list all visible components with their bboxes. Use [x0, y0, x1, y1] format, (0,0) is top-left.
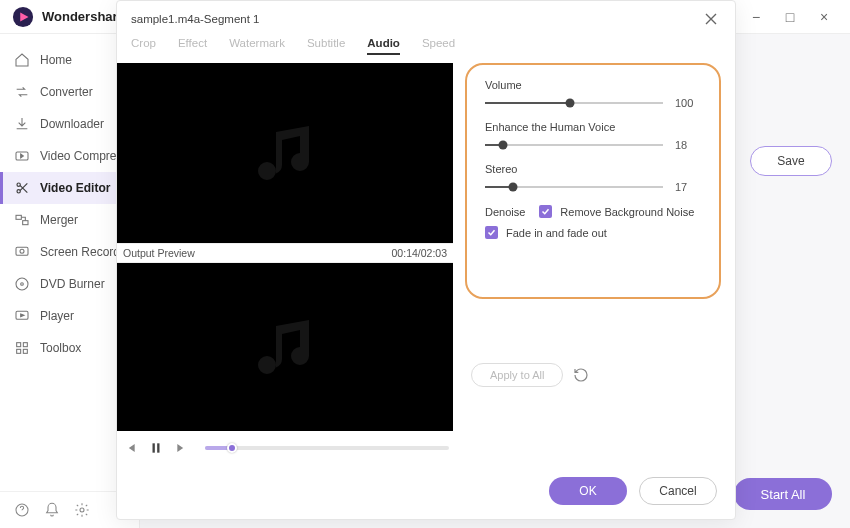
tab-speed[interactable]: Speed — [422, 37, 455, 55]
music-note-icon — [249, 311, 321, 383]
denoise-label: Denoise — [485, 206, 525, 218]
downloader-icon — [14, 116, 30, 132]
output-preview-label: Output Preview — [123, 247, 195, 259]
tabs: Crop Effect Watermark Subtitle Audio Spe… — [117, 33, 735, 63]
svg-point-8 — [16, 278, 28, 290]
maximize-icon[interactable]: □ — [776, 3, 804, 31]
app-logo-icon — [12, 6, 34, 28]
cancel-button[interactable]: Cancel — [639, 477, 717, 505]
minimize-icon[interactable]: − — [742, 3, 770, 31]
sidebar-item-label: Toolbox — [40, 341, 81, 355]
ok-button[interactable]: OK — [549, 477, 627, 505]
recorder-icon — [14, 244, 30, 260]
notification-icon[interactable] — [44, 502, 60, 518]
source-preview — [117, 63, 453, 243]
svg-point-7 — [20, 249, 24, 253]
tab-effect[interactable]: Effect — [178, 37, 207, 55]
sidebar-item-label: Downloader — [40, 117, 104, 131]
enhance-value: 18 — [675, 139, 701, 151]
volume-label: Volume — [485, 79, 701, 91]
dvd-icon — [14, 276, 30, 292]
tab-crop[interactable]: Crop — [131, 37, 156, 55]
preview-column: Output Preview 00:14/02:03 — [117, 63, 453, 461]
close-icon[interactable] — [699, 7, 723, 31]
svg-rect-12 — [23, 343, 27, 347]
svg-rect-14 — [23, 349, 27, 353]
fade-label: Fade in and fade out — [506, 227, 607, 239]
music-note-icon — [249, 117, 321, 189]
editor-modal: sample1.m4a-Segment 1 Crop Effect Waterm… — [116, 0, 736, 520]
tab-subtitle[interactable]: Subtitle — [307, 37, 345, 55]
timeline-thumb[interactable] — [227, 443, 237, 453]
fade-row: Fade in and fade out — [485, 226, 701, 239]
help-icon[interactable] — [14, 502, 30, 518]
svg-rect-6 — [16, 247, 28, 255]
sidebar-item-label: Merger — [40, 213, 78, 227]
stereo-value: 17 — [675, 181, 701, 193]
svg-rect-11 — [17, 343, 21, 347]
next-frame-icon[interactable] — [173, 439, 191, 457]
svg-rect-18 — [157, 443, 159, 452]
pause-icon[interactable] — [147, 439, 165, 457]
audio-settings: Volume 100 Enhance the Human Voice — [465, 63, 721, 461]
merger-icon — [14, 212, 30, 228]
preview-time: 00:14/02:03 — [392, 247, 447, 259]
stereo-slider[interactable] — [485, 186, 663, 188]
denoise-checkbox-label: Remove Background Noise — [560, 206, 694, 218]
volume-value: 100 — [675, 97, 701, 109]
save-button[interactable]: Save — [750, 146, 832, 176]
volume-slider[interactable] — [485, 102, 663, 104]
svg-point-9 — [21, 283, 24, 286]
denoise-row: Denoise Remove Background Noise — [485, 205, 701, 218]
toolbox-icon — [14, 340, 30, 356]
sidebar-item-label: Converter — [40, 85, 93, 99]
sidebar-item-label: Home — [40, 53, 72, 67]
sidebar-item-label: Video Editor — [40, 181, 110, 195]
playback-controls — [117, 431, 453, 461]
editor-icon — [14, 180, 30, 196]
fade-checkbox[interactable] — [485, 226, 498, 239]
sidebar-item-label: Player — [40, 309, 74, 323]
enhance-label: Enhance the Human Voice — [485, 121, 701, 133]
prev-frame-icon[interactable] — [121, 439, 139, 457]
home-icon — [14, 52, 30, 68]
playback-timeline[interactable] — [205, 446, 449, 450]
svg-point-16 — [80, 508, 84, 512]
tab-watermark[interactable]: Watermark — [229, 37, 285, 55]
modal-title: sample1.m4a-Segment 1 — [131, 13, 699, 25]
enhance-slider[interactable] — [485, 144, 663, 146]
denoise-checkbox[interactable] — [539, 205, 552, 218]
reset-icon[interactable] — [573, 367, 589, 383]
converter-icon — [14, 84, 30, 100]
sidebar-item-label: DVD Burner — [40, 277, 105, 291]
tab-audio[interactable]: Audio — [367, 37, 400, 55]
stereo-label: Stereo — [485, 163, 701, 175]
settings-icon[interactable] — [74, 502, 90, 518]
svg-rect-5 — [23, 221, 28, 225]
svg-rect-13 — [17, 349, 21, 353]
compressor-icon — [14, 148, 30, 164]
output-preview — [117, 263, 453, 431]
svg-rect-17 — [153, 443, 155, 452]
apply-to-all-button[interactable]: Apply to All — [471, 363, 563, 387]
player-icon — [14, 308, 30, 324]
audio-highlight-box: Volume 100 Enhance the Human Voice — [465, 63, 721, 299]
close-window-icon[interactable]: × — [810, 3, 838, 31]
svg-rect-4 — [16, 215, 21, 219]
start-all-button[interactable]: Start All — [734, 478, 832, 510]
